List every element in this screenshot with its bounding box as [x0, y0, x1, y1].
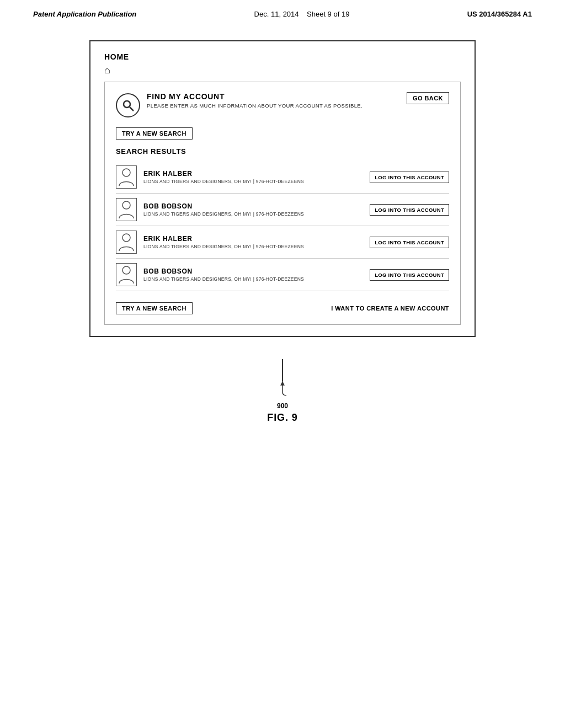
page-content: HOME ⌂ FIND MY ACCOUNT PLEASE ENTER AS M…	[0, 24, 565, 424]
log-into-account-button-3[interactable]: LOG INTO THIS ACCOUNT	[370, 237, 449, 248]
figure-number: 900	[277, 402, 288, 410]
result-name: ERIK HALBER	[143, 235, 304, 243]
page-header: Patent Application Publication Dec. 11, …	[0, 0, 565, 24]
figure-label: FIG. 9	[267, 412, 297, 424]
log-into-account-button-1[interactable]: LOG INTO THIS ACCOUNT	[370, 172, 449, 183]
result-left: BOB BOBSON LIONS AND TIGERS AND DESIGNER…	[116, 198, 304, 221]
person-icon	[116, 198, 137, 221]
result-name: ERIK HALBER	[143, 170, 304, 178]
person-icon	[116, 165, 137, 189]
try-new-search-button-bottom[interactable]: TRY A NEW SEARCH	[116, 302, 193, 314]
header-right: US 2014/365284 A1	[467, 10, 532, 18]
svg-point-2	[122, 169, 130, 176]
table-row: BOB BOBSON LIONS AND TIGERS AND DESIGNER…	[116, 259, 449, 291]
arrow-container	[274, 359, 291, 397]
svg-point-0	[124, 101, 130, 108]
result-left: ERIK HALBER LIONS AND TIGERS AND DESIGNE…	[116, 231, 304, 254]
result-detail: LIONS AND TIGERS AND DESIGNERS, OH MY! |…	[143, 211, 304, 217]
person-icon	[116, 231, 137, 254]
find-account-title: FIND MY ACCOUNT	[147, 92, 363, 101]
inner-box: FIND MY ACCOUNT PLEASE ENTER AS MUCH INF…	[104, 82, 461, 325]
find-account-left: FIND MY ACCOUNT PLEASE ENTER AS MUCH INF…	[116, 92, 363, 117]
result-left: BOB BOBSON LIONS AND TIGERS AND DESIGNER…	[116, 263, 304, 286]
svg-point-5	[122, 266, 130, 274]
try-new-search-button-top[interactable]: TRY A NEW SEARCH	[116, 127, 193, 140]
result-detail: LIONS AND TIGERS AND DESIGNERS, OH MY! |…	[143, 276, 304, 282]
result-info: BOB BOBSON LIONS AND TIGERS AND DESIGNER…	[143, 267, 304, 282]
go-back-button[interactable]: GO BACK	[407, 92, 449, 104]
header-sheet: Sheet 9 of 19	[307, 10, 349, 18]
person-icon	[116, 263, 137, 286]
wireframe-box: HOME ⌂ FIND MY ACCOUNT PLEASE ENTER AS M…	[89, 40, 476, 337]
bottom-actions: TRY A NEW SEARCH I WANT TO CREATE A NEW …	[116, 299, 449, 314]
arrow-line	[282, 359, 283, 381]
table-row: ERIK HALBER LIONS AND TIGERS AND DESIGNE…	[116, 161, 449, 194]
home-icon: ⌂	[104, 65, 110, 76]
home-label: HOME	[104, 52, 461, 61]
table-row: ERIK HALBER LIONS AND TIGERS AND DESIGNE…	[116, 226, 449, 259]
create-account-text: I WANT TO CREATE A NEW ACCOUNT	[331, 305, 449, 312]
svg-point-4	[122, 234, 130, 242]
log-into-account-button-4[interactable]: LOG INTO THIS ACCOUNT	[370, 269, 449, 281]
figure-area: 900 FIG. 9	[267, 359, 297, 424]
find-account-row: FIND MY ACCOUNT PLEASE ENTER AS MUCH INF…	[116, 92, 449, 117]
find-account-subtitle: PLEASE ENTER AS MUCH INFORMATION ABOUT Y…	[147, 103, 363, 109]
arrow-curve-svg	[274, 381, 291, 397]
result-detail: LIONS AND TIGERS AND DESIGNERS, OH MY! |…	[143, 244, 304, 249]
search-icon	[116, 93, 140, 117]
svg-point-3	[122, 201, 130, 209]
result-info: ERIK HALBER LIONS AND TIGERS AND DESIGNE…	[143, 170, 304, 184]
result-name: BOB BOBSON	[143, 202, 304, 210]
result-detail: LIONS AND TIGERS AND DESIGNERS, OH MY! |…	[143, 179, 304, 184]
result-info: ERIK HALBER LIONS AND TIGERS AND DESIGNE…	[143, 235, 304, 249]
search-results-label: SEARCH RESULTS	[116, 147, 449, 156]
result-info: BOB BOBSON LIONS AND TIGERS AND DESIGNER…	[143, 202, 304, 217]
header-date: Dec. 11, 2014	[254, 10, 299, 18]
find-account-text: FIND MY ACCOUNT PLEASE ENTER AS MUCH INF…	[147, 92, 363, 109]
header-center: Dec. 11, 2014 Sheet 9 of 19	[254, 10, 350, 18]
result-left: ERIK HALBER LIONS AND TIGERS AND DESIGNE…	[116, 165, 304, 189]
svg-marker-7	[280, 381, 285, 386]
table-row: BOB BOBSON LIONS AND TIGERS AND DESIGNER…	[116, 194, 449, 226]
svg-line-1	[130, 107, 134, 111]
log-into-account-button-2[interactable]: LOG INTO THIS ACCOUNT	[370, 204, 449, 216]
header-left: Patent Application Publication	[33, 10, 136, 18]
result-name: BOB BOBSON	[143, 267, 304, 275]
